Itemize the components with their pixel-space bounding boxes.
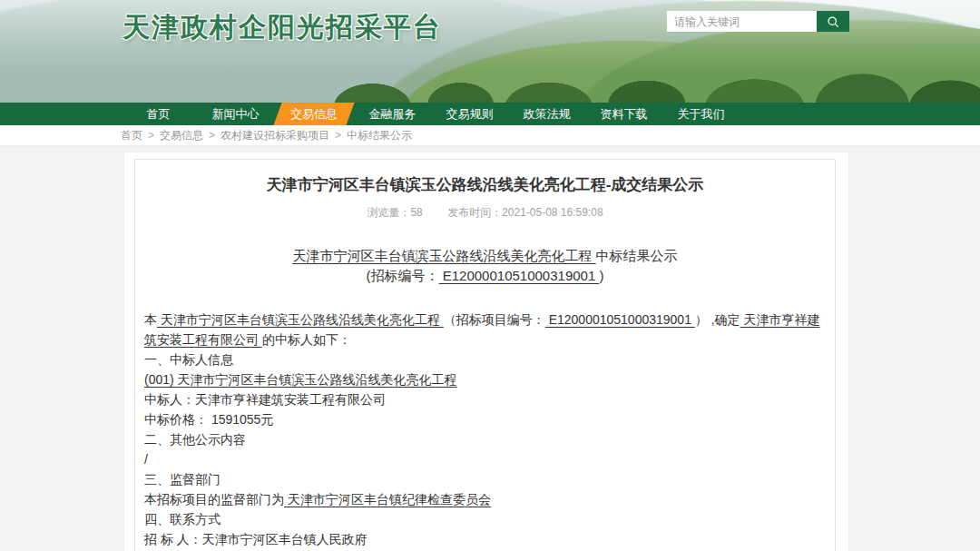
announcement-subtitle: 天津市宁河区丰台镇滨玉公路线沿线美化亮化工程 中标结果公示 (招标编号： E12… xyxy=(144,246,826,286)
section1-heading: 一、中标人信息 xyxy=(144,349,826,369)
nav-item-trade-rules[interactable]: 交易规则 xyxy=(431,103,508,125)
breadcrumb-result-announcement[interactable]: 中标结果公示 xyxy=(347,128,412,143)
nav-item-home[interactable]: 首页 xyxy=(120,103,197,125)
section2-heading: 二、其他公示内容 xyxy=(144,429,826,449)
article-meta: 浏览量：58 发布时间：2021-05-08 16:59:08 xyxy=(144,205,826,221)
intro-paragraph: 本 天津市宁河区丰台镇滨玉公路线沿线美化亮化工程 （招标项目编号： E12000… xyxy=(144,310,826,349)
tenderer-line: 招 标 人：天津市宁河区丰台镇人民政府 xyxy=(144,529,826,549)
nav-item-news[interactable]: 新闻中心 xyxy=(197,103,274,125)
price-line: 中标价格： 1591055元 xyxy=(144,409,826,429)
search-icon xyxy=(826,15,840,29)
main-nav: 首页 新闻中心 交易信息 金融服务 交易规则 政策法规 资料下载 关于我们 xyxy=(0,103,980,125)
views-count: 浏览量：58 xyxy=(367,206,422,219)
page: 天津政村企阳光招采平台 首页 新闻中心 交易信息 金融服务 交易规则 政策法规 … xyxy=(0,0,980,551)
nav-item-finance[interactable]: 金融服务 xyxy=(354,103,431,125)
nav-item-about[interactable]: 关于我们 xyxy=(662,103,740,125)
breadcrumb-separator: > xyxy=(335,129,341,142)
nav-item-downloads[interactable]: 资料下载 xyxy=(585,103,662,125)
winner-line: 中标人：天津市亨祥建筑安装工程有限公司 xyxy=(144,389,826,409)
subtitle-line: 天津市宁河区丰台镇滨玉公路线沿线美化亮化工程 中标结果公示 xyxy=(144,246,826,266)
section3-content: 本招标项目的监督部门为 天津市宁河区丰台镇纪律检查委员会 xyxy=(144,489,826,509)
tender-code-line: (招标编号： E1200001051000319001 ) xyxy=(144,266,826,286)
breadcrumb-trade-info[interactable]: 交易信息 xyxy=(160,128,203,143)
article-body: 本 天津市宁河区丰台镇滨玉公路线沿线美化亮化工程 （招标项目编号： E12000… xyxy=(144,310,826,551)
nav-item-trade-info[interactable]: 交易信息 xyxy=(273,103,354,125)
site-title: 天津政村企阳光招采平台 xyxy=(122,9,442,46)
article-title: 天津市宁河区丰台镇滨玉公路线沿线美化亮化工程-成交结果公示 xyxy=(144,174,826,196)
section2-content: / xyxy=(144,449,826,469)
nav-item-policies[interactable]: 政策法规 xyxy=(508,103,585,125)
breadcrumb: 首页 > 交易信息 > 农村建设招标采购项目 > 中标结果公示 xyxy=(0,125,980,146)
breadcrumb-separator: > xyxy=(209,129,215,142)
section4-heading: 四、联系方式 xyxy=(144,509,826,529)
breadcrumb-separator: > xyxy=(148,129,154,142)
breadcrumb-home[interactable]: 首页 xyxy=(121,128,142,143)
banner: 天津政村企阳光招采平台 xyxy=(0,0,980,103)
publish-time: 发布时间：2021-05-08 16:59:08 xyxy=(447,206,603,219)
content-card: 天津市宁河区丰台镇滨玉公路线沿线美化亮化工程-成交结果公示 浏览量：58 发布时… xyxy=(124,153,848,551)
section3-heading: 三、监督部门 xyxy=(144,469,826,489)
search-input[interactable] xyxy=(667,11,817,32)
article-container: 天津市宁河区丰台镇滨玉公路线沿线美化亮化工程-成交结果公示 浏览量：58 发布时… xyxy=(134,159,836,551)
search-button[interactable] xyxy=(817,11,849,32)
section1-item: (001) 天津市宁河区丰台镇滨玉公路线沿线美化亮化工程 xyxy=(144,369,826,389)
search-bar xyxy=(667,11,849,32)
breadcrumb-rural-projects[interactable]: 农村建设招标采购项目 xyxy=(220,128,329,143)
